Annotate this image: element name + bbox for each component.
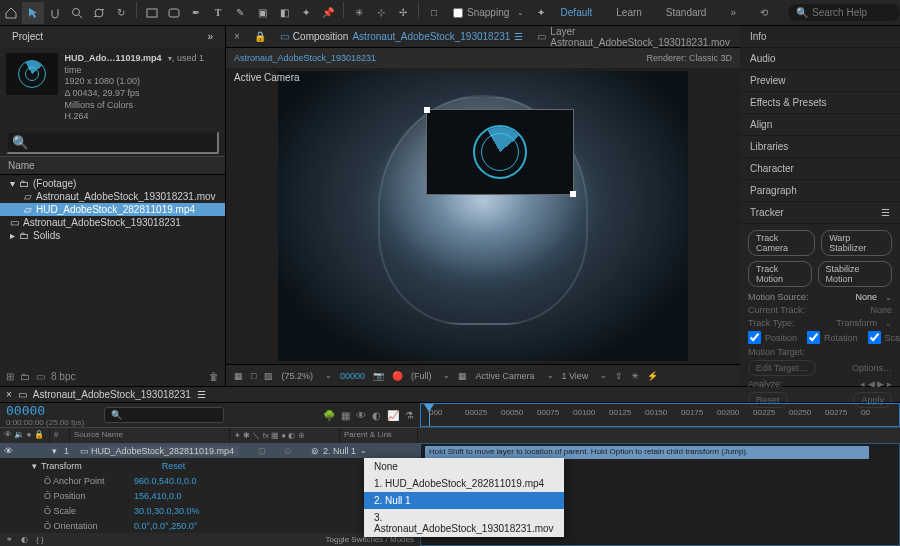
- property-value[interactable]: 156,410,0.0: [134, 491, 182, 501]
- scale-check[interactable]: [868, 331, 881, 344]
- property-row[interactable]: Ŏ Orientation0.0°,0.0°,250.0°⊚: [0, 518, 420, 533]
- menu-item-2[interactable]: 2. Null 1: [364, 492, 564, 509]
- pen-tool[interactable]: ✒: [185, 2, 207, 24]
- bpc-toggle[interactable]: 8 bpc: [51, 371, 75, 382]
- brainstorm-icon[interactable]: ⚗: [405, 410, 414, 421]
- property-value[interactable]: 0.0°,0.0°,250.0°: [134, 521, 197, 531]
- draft3d-icon[interactable]: ▦: [341, 410, 350, 421]
- grid-icon[interactable]: ▦: [458, 371, 467, 381]
- tree-item[interactable]: ▾ 🗀 (Footage): [0, 177, 225, 190]
- timeline-search[interactable]: [104, 407, 224, 423]
- hand-tool[interactable]: [44, 2, 66, 24]
- workspace-overflow[interactable]: »: [724, 3, 742, 22]
- panel-character[interactable]: Character: [740, 158, 900, 180]
- comp-flowchart-icon[interactable]: 🌳: [323, 410, 335, 421]
- share-icon[interactable]: ⇪: [615, 371, 623, 381]
- panel-paragraph[interactable]: Paragraph: [740, 180, 900, 202]
- twirl-icon[interactable]: ▾: [52, 446, 64, 456]
- workspace-learn[interactable]: Learn: [610, 3, 648, 22]
- project-search-input[interactable]: [6, 131, 219, 154]
- trash-icon[interactable]: 🗑: [209, 371, 219, 382]
- tree-item[interactable]: ▸ 🗀 Solids: [0, 229, 225, 242]
- stabilize-motion-button[interactable]: Stabilize Motion: [818, 261, 892, 287]
- roto-tool[interactable]: ✦: [295, 2, 317, 24]
- timeline-ruler[interactable]: 0000002500050000750010000125001500017500…: [420, 403, 900, 427]
- parent-select[interactable]: 2. Null 1: [323, 446, 356, 456]
- menu-item-3[interactable]: 3. Astronaut_AdobeStock_193018231.mov: [364, 509, 564, 537]
- rect-tool[interactable]: [141, 2, 163, 24]
- motionblur-icon[interactable]: ◐: [372, 410, 381, 421]
- track-camera-button[interactable]: Track Camera: [748, 230, 815, 256]
- panel-info[interactable]: Info: [740, 26, 900, 48]
- view-select[interactable]: Active Camera: [475, 371, 534, 381]
- property-row[interactable]: Ŏ Position156,410,0.0⊚: [0, 488, 420, 503]
- property-value[interactable]: 960.0,540.0,0.0: [134, 476, 197, 486]
- tree-item[interactable]: ▱ Astronaut_AdobeStock_193018231.mov: [0, 190, 225, 203]
- renderer-select[interactable]: Classic 3D: [689, 53, 732, 63]
- brainstorm-footer-icon[interactable]: { }: [36, 535, 44, 544]
- warp-stabilizer-button[interactable]: Warp Stabilizer: [821, 230, 892, 256]
- current-timecode[interactable]: 00000: [6, 403, 84, 418]
- motion-source-select[interactable]: None: [855, 292, 877, 302]
- workspace-standard[interactable]: Standard: [660, 3, 713, 22]
- layer-tab[interactable]: ▭ Layer Astronaut_AdobeStock_193018231.m…: [537, 26, 732, 48]
- timeline-tab-menu-icon[interactable]: ☰: [197, 389, 206, 400]
- snap-box-icon[interactable]: □: [423, 2, 445, 24]
- shy-icon[interactable]: 👁: [356, 410, 366, 421]
- reset-workspace-icon[interactable]: ⟲: [754, 3, 774, 22]
- panel-menu-icon[interactable]: »: [207, 31, 213, 42]
- close-tab-icon[interactable]: ×: [234, 31, 240, 42]
- snapshot-icon[interactable]: 📷: [373, 371, 384, 381]
- project-panel-tab[interactable]: Project »: [0, 26, 225, 47]
- help-search-input[interactable]: [812, 7, 892, 18]
- puppet-tool[interactable]: 📌: [317, 2, 339, 24]
- snapping-toggle[interactable]: Snapping ⌄: [453, 7, 524, 18]
- close-timeline-tab-icon[interactable]: ×: [6, 389, 12, 400]
- graph-icon[interactable]: 📈: [387, 410, 399, 421]
- rotate-tool[interactable]: ↻: [110, 2, 132, 24]
- zoom-readout[interactable]: (75.2%): [281, 371, 313, 381]
- timeline-tab[interactable]: Astronaut_AdobeStock_193018231: [33, 389, 191, 400]
- selection-tool[interactable]: [22, 2, 44, 24]
- timecode-viewer[interactable]: 00000: [340, 371, 365, 381]
- rotation-check[interactable]: [807, 331, 820, 344]
- home-tool[interactable]: [0, 2, 22, 24]
- roundrect-tool[interactable]: [163, 2, 185, 24]
- channels-icon[interactable]: 🔴: [392, 371, 403, 381]
- pickwhip-icon[interactable]: ⊚: [311, 446, 319, 456]
- reset-link[interactable]: Reset: [162, 461, 186, 471]
- snap-collision-icon[interactable]: ✦: [530, 2, 552, 24]
- panel-effects-presets[interactable]: Effects & Presets: [740, 92, 900, 114]
- resolution-select[interactable]: (Full): [411, 371, 432, 381]
- menu-item-1[interactable]: 1. HUD_AdobeStock_282811019.mp4: [364, 475, 564, 492]
- brush-tool[interactable]: ✎: [229, 2, 251, 24]
- panel-libraries[interactable]: Libraries: [740, 136, 900, 158]
- mask-icon[interactable]: ▧: [264, 371, 273, 381]
- panel-preview[interactable]: Preview: [740, 70, 900, 92]
- clone-tool[interactable]: ▣: [251, 2, 273, 24]
- fast-preview-icon[interactable]: ⚡: [647, 371, 658, 381]
- transform-row[interactable]: ▾ Transform Reset: [0, 458, 420, 473]
- edit-target-button[interactable]: Edit Target…: [748, 360, 816, 376]
- project-name-header[interactable]: Name: [0, 156, 225, 175]
- eraser-tool[interactable]: ◧: [273, 2, 295, 24]
- panel-align[interactable]: Align: [740, 114, 900, 136]
- position-check[interactable]: [748, 331, 761, 344]
- axis-local-icon[interactable]: ✳: [348, 2, 370, 24]
- motion-blur-icon[interactable]: ◐: [21, 535, 28, 544]
- tree-item[interactable]: ▱ HUD_AdobeStock_282811019.mp4: [0, 203, 225, 216]
- panel-audio[interactable]: Audio: [740, 48, 900, 70]
- asset-thumbnail[interactable]: [6, 53, 58, 95]
- lock-icon[interactable]: 🔒: [254, 31, 266, 42]
- axis-world-icon[interactable]: ⊹: [370, 2, 392, 24]
- track-motion-button[interactable]: Track Motion: [748, 261, 812, 287]
- visibility-toggle[interactable]: 👁: [4, 446, 18, 456]
- axis-view-icon[interactable]: ✢: [392, 2, 414, 24]
- alpha-toggle-icon[interactable]: ▦: [234, 371, 243, 381]
- tab-menu-icon[interactable]: ☰: [514, 31, 523, 42]
- orbit-tool[interactable]: [88, 2, 110, 24]
- tree-item[interactable]: ▭ Astronaut_AdobeStock_193018231: [0, 216, 225, 229]
- workspace-default[interactable]: Default: [555, 3, 599, 22]
- guides-icon[interactable]: □: [251, 371, 256, 381]
- property-value[interactable]: 30.0,30.0,30.0%: [134, 506, 200, 516]
